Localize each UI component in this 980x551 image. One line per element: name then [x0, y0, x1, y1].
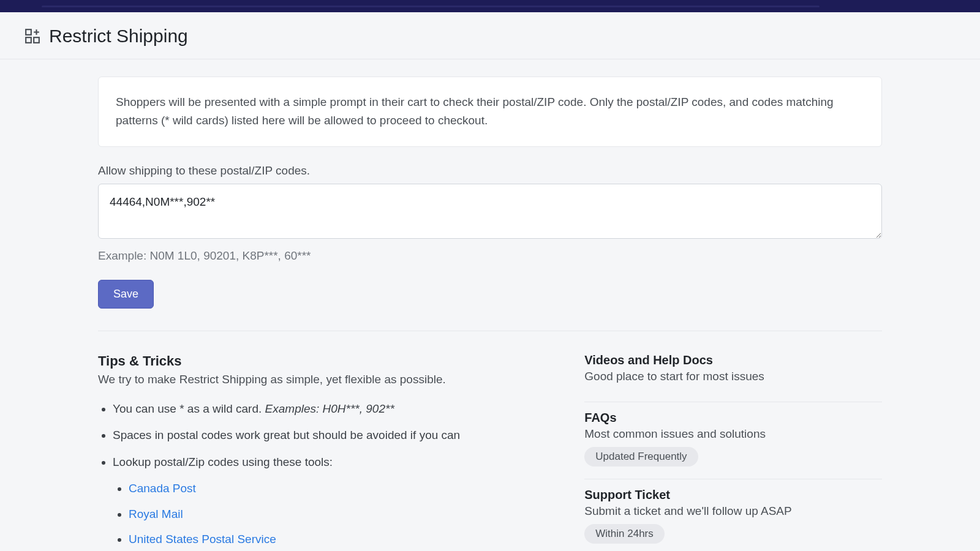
postal-codes-field-group: Allow shipping to these postal/ZIP codes… — [98, 164, 882, 263]
tip-item-lookup: Lookup postal/Zip codes using these tool… — [113, 453, 529, 549]
top-nav-bar — [0, 0, 980, 12]
svg-rect-0 — [26, 29, 31, 35]
ticket-badge: Within 24hrs — [584, 524, 664, 544]
divider — [98, 331, 882, 331]
info-card: Shoppers will be presented with a simple… — [98, 77, 882, 147]
tips-list: You can use * as a wild card. Examples: … — [98, 400, 529, 549]
main-content: Shoppers will be presented with a simple… — [74, 59, 907, 551]
svg-rect-1 — [26, 37, 31, 43]
page-header: Restrict Shipping — [0, 12, 980, 59]
help-faqs[interactable]: FAQs Most common issues and solutions Up… — [584, 402, 882, 479]
help-videos-title: Videos and Help Docs — [584, 353, 882, 367]
canada-post-link[interactable]: Canada Post — [129, 482, 196, 495]
help-faqs-title: FAQs — [584, 411, 882, 425]
postal-codes-hint: Example: N0M 1L0, 90201, K8P***, 60*** — [98, 249, 882, 263]
postal-codes-input[interactable] — [98, 184, 882, 239]
help-faqs-sub: Most common issues and solutions — [584, 427, 882, 441]
royal-mail-link[interactable]: Royal Mail — [129, 508, 183, 520]
list-item: Royal Mail — [129, 505, 529, 523]
svg-rect-2 — [34, 37, 39, 43]
bottom-columns: Tips & Tricks We try to make Restrict Sh… — [98, 353, 882, 551]
help-videos[interactable]: Videos and Help Docs Good place to start… — [584, 353, 882, 402]
list-item: Canada Post — [129, 479, 529, 497]
info-text: Shoppers will be presented with a simple… — [116, 96, 834, 127]
top-bar-search-placeholder — [42, 6, 820, 7]
help-support-ticket[interactable]: Support Ticket Submit a ticket and we'll… — [584, 479, 882, 551]
page-title: Restrict Shipping — [49, 26, 188, 47]
tip-item-spaces: Spaces in postal codes work great but sh… — [113, 426, 529, 444]
faqs-badge: Updated Frequently — [584, 447, 698, 467]
help-ticket-title: Support Ticket — [584, 488, 882, 502]
tips-section: Tips & Tricks We try to make Restrict Sh… — [98, 353, 529, 551]
tips-title: Tips & Tricks — [98, 353, 529, 369]
postal-codes-label: Allow shipping to these postal/ZIP codes… — [98, 164, 882, 178]
lookup-links-list: Canada Post Royal Mail United States Pos… — [113, 479, 529, 548]
help-ticket-sub: Submit a ticket and we'll follow up ASAP — [584, 504, 882, 518]
usps-link[interactable]: United States Postal Service — [129, 533, 276, 545]
help-section: Videos and Help Docs Good place to start… — [584, 353, 882, 551]
help-videos-sub: Good place to start for most issues — [584, 370, 882, 383]
tips-subtitle: We try to make Restrict Shipping as simp… — [98, 373, 529, 386]
tip-lookup-text: Lookup postal/Zip codes using these tool… — [113, 455, 333, 468]
save-button[interactable]: Save — [98, 280, 154, 309]
tip-item-wildcard: You can use * as a wild card. Examples: … — [113, 400, 529, 418]
list-item: United States Postal Service — [129, 530, 529, 548]
tip-wildcard-examples: Examples: H0H***, 902** — [265, 402, 394, 415]
app-grid-icon — [24, 28, 40, 44]
tip-wildcard-text: You can use * as a wild card. — [113, 402, 265, 415]
